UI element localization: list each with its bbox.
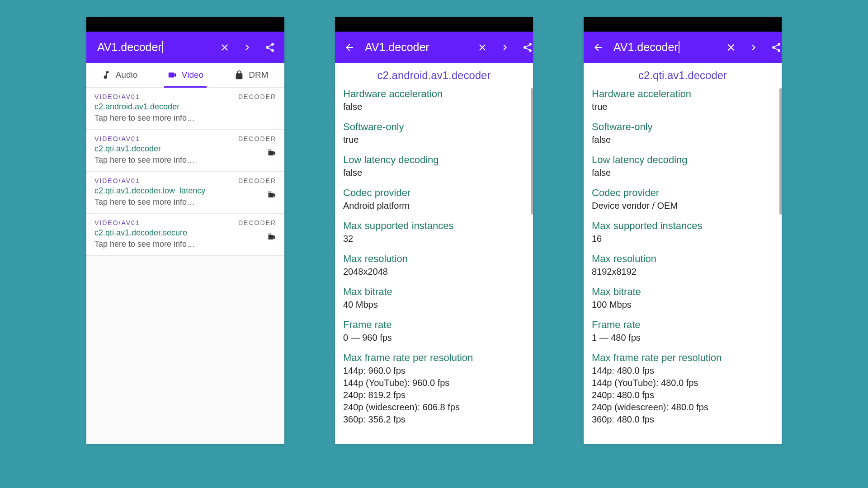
codec-badge: DECODER [238,93,276,100]
search-input[interactable]: AV1.decoder [363,41,469,54]
music-note-icon [101,70,111,80]
share-icon[interactable] [261,38,279,56]
app-bar: AV1.decoder [86,32,284,63]
codec-row[interactable]: VIDEO/AV01DECODERc2.qti.av1.decoderTap h… [86,130,284,172]
property-row: Frame rate1 — 480 fps [592,319,774,344]
property-key: Max supported instances [343,220,525,232]
next-result-icon[interactable] [496,38,514,56]
next-result-icon[interactable] [745,38,763,56]
phone-detail-qti: AV1.decoder c2.qti.av1.decoder Hardware … [584,17,782,444]
property-row: Codec providerAndroid platform [343,187,525,212]
property-value: false [592,134,774,146]
property-key: Max bitrate [343,286,525,298]
property-key: Hardware acceleration [343,88,525,100]
property-row: Max supported instances32 [343,220,525,245]
property-row: Max resolution8192x8192 [592,253,774,278]
codec-row[interactable]: VIDEO/AV01DECODERc2.qti.av1.decoder.low_… [86,172,284,214]
share-icon[interactable] [767,38,782,56]
codec-name: c2.qti.av1.decoder [94,144,276,154]
hardware-icon [267,149,276,158]
phone-list: AV1.decoder Audio Video DRM VIDEO/AV01DE… [86,17,284,444]
property-key: Software-only [343,121,525,133]
clear-icon[interactable] [722,38,740,56]
tab-audio-label: Audio [116,70,138,80]
lock-icon [234,70,244,80]
property-value: 100 Mbps [592,299,774,311]
property-row: Low latency decodingfalse [343,154,525,179]
property-key: Max resolution [343,253,525,265]
tab-drm-label: DRM [249,70,268,80]
codec-list[interactable]: VIDEO/AV01DECODERc2.android.av1.decoderT… [86,88,284,444]
codec-title: c2.android.av1.decoder [335,63,533,88]
codec-badge: DECODER [238,177,276,184]
property-value: false [592,167,774,179]
property-row: Frame rate0 — 960 fps [343,319,525,344]
clear-icon[interactable] [216,38,234,56]
codec-name: c2.qti.av1.decoder.secure [94,228,276,238]
share-icon[interactable] [519,38,533,56]
property-row: Low latency decodingfalse [592,154,774,179]
hardware-icon [267,191,276,200]
property-key: Hardware acceleration [592,88,774,100]
scrollbar-thumb[interactable] [779,88,782,215]
property-row: Hardware accelerationtrue [592,88,774,113]
property-row: Codec providerDevice vendor / OEM [592,187,774,212]
svg-rect-3 [270,192,272,193]
property-value: 16 [592,233,774,245]
status-bar [584,17,782,32]
svg-rect-1 [270,150,272,151]
search-input[interactable]: AV1.decoder [92,41,211,54]
tab-audio[interactable]: Audio [86,63,152,87]
property-row: Max frame rate per resolution144p: 960.0… [343,352,525,426]
codec-hint: Tap here to see more info… [94,239,276,249]
status-bar [335,17,533,32]
property-list[interactable]: Hardware accelerationfalseSoftware-onlyt… [335,88,533,434]
status-bar [86,17,284,32]
codec-title: c2.qti.av1.decoder [584,63,782,88]
codec-row[interactable]: VIDEO/AV01DECODERc2.qti.av1.decoder.secu… [86,214,284,256]
codec-name: c2.android.av1.decoder [94,102,276,112]
hardware-icon [267,233,276,242]
property-key: Frame rate [343,319,525,331]
codec-hint: Tap here to see more info… [94,155,276,165]
property-list[interactable]: Hardware accelerationtrueSoftware-onlyfa… [584,88,782,434]
property-value: false [343,101,525,113]
property-value: 1 — 480 fps [592,332,774,344]
property-value: 2048x2048 [343,266,525,278]
property-value: false [343,167,525,179]
codec-hint: Tap here to see more info… [94,113,276,123]
codec-name: c2.qti.av1.decoder.low_latency [94,186,276,196]
property-key: Max resolution [592,253,774,265]
property-row: Software-onlyfalse [592,121,774,146]
property-value: true [592,101,774,113]
property-value: 8192x8192 [592,266,774,278]
property-value: true [343,134,525,146]
tab-video[interactable]: Video [152,63,218,87]
back-icon[interactable] [340,38,359,56]
property-key: Max frame rate per resolution [592,352,774,364]
property-value: 40 Mbps [343,299,525,311]
svg-rect-5 [270,234,272,235]
tab-video-label: Video [182,70,203,80]
app-bar: AV1.decoder [584,32,782,63]
codec-row[interactable]: VIDEO/AV01DECODERc2.android.av1.decoderT… [86,88,284,130]
tab-bar: Audio Video DRM [86,63,284,88]
property-key: Max bitrate [592,286,774,298]
property-value: 144p: 480.0 fps 144p (YouTube): 480.0 fp… [592,365,774,426]
property-key: Codec provider [592,187,774,199]
property-value: 32 [343,233,525,245]
back-icon[interactable] [589,38,607,56]
scrollbar-thumb[interactable] [531,88,533,215]
search-input[interactable]: AV1.decoder [612,41,717,54]
property-row: Max frame rate per resolution144p: 480.0… [592,352,774,426]
property-row: Hardware accelerationfalse [343,88,525,113]
property-value: 0 — 960 fps [343,332,525,344]
clear-icon[interactable] [473,38,491,56]
property-row: Max bitrate100 Mbps [592,286,774,311]
property-row: Max bitrate40 Mbps [343,286,525,311]
property-value: Android platform [343,200,525,212]
tab-drm[interactable]: DRM [218,63,284,87]
property-key: Software-only [592,121,774,133]
next-result-icon[interactable] [238,38,256,56]
codec-badge: DECODER [238,219,276,226]
